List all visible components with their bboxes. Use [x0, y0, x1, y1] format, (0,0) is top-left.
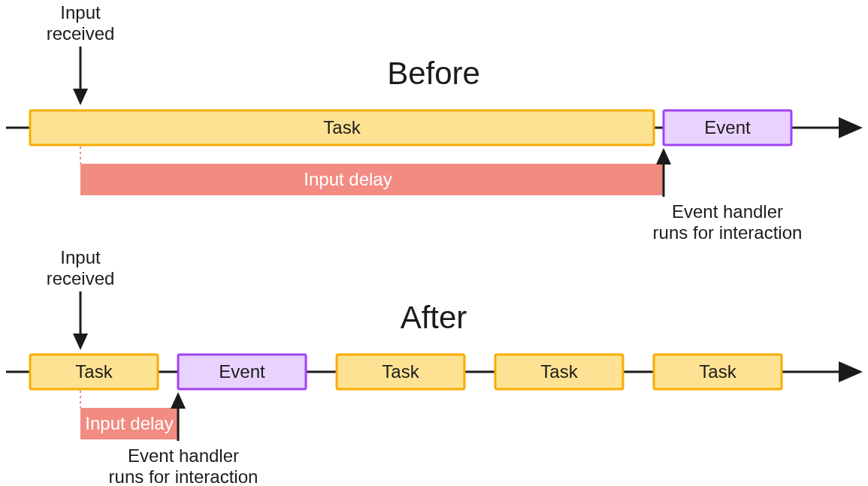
after-event-label: Event	[219, 361, 265, 382]
after-task-label-2: Task	[382, 361, 419, 382]
after-section: After Input received Task Event Task Tas…	[6, 247, 863, 486]
after-timeline-arrowhead	[839, 361, 863, 382]
after-input-received-line1: Input	[60, 247, 101, 267]
after-task-label-1: Task	[75, 361, 113, 382]
before-input-delay-label: Input delay	[304, 169, 392, 189]
before-input-arrow	[73, 47, 88, 105]
before-handler-arrow-head	[656, 148, 671, 165]
after-handler-caption-line2: runs for interaction	[109, 466, 259, 486]
after-input-arrow-head	[73, 334, 88, 350]
after-task-label-3: Task	[540, 361, 578, 382]
after-task-label-4: Task	[699, 361, 736, 382]
diagram-canvas: Before Input received Task Event Input d…	[0, 0, 868, 486]
before-task-label: Task	[323, 117, 361, 137]
before-event-label: Event	[704, 117, 751, 137]
after-handler-arrow-head	[171, 392, 186, 409]
before-input-received-line1: Input	[60, 2, 101, 23]
before-title: Before	[387, 56, 480, 91]
before-timeline-arrowhead	[839, 117, 863, 138]
after-input-arrow	[73, 291, 88, 350]
before-input-received-line2: received	[47, 23, 115, 44]
before-handler-caption-line1: Event handler	[672, 201, 783, 222]
after-title: After	[401, 300, 467, 335]
before-handler-caption-line2: runs for interaction	[653, 222, 803, 243]
before-input-arrow-head	[73, 89, 88, 105]
after-input-received-line2: received	[47, 268, 115, 288]
after-handler-caption-line1: Event handler	[128, 445, 239, 466]
after-input-delay-label: Input delay	[85, 413, 173, 433]
before-section: Before Input received Task Event Input d…	[6, 2, 863, 243]
